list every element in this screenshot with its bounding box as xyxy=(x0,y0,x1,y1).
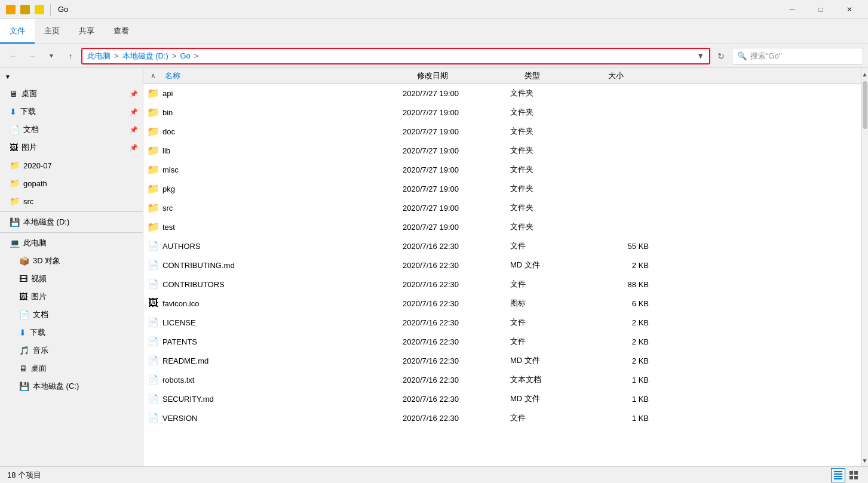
file-icon-cell: 📄 xyxy=(146,392,160,406)
main-scrollbar[interactable]: ▲ ▼ xyxy=(861,68,868,466)
search-bar[interactable]: 🔍 搜索"Go" xyxy=(732,48,863,64)
breadcrumb-computer[interactable]: 此电脑 xyxy=(87,51,111,61)
pin-icon[interactable]: 📌 xyxy=(130,126,138,134)
file-name: misc xyxy=(160,165,403,174)
sidebar-item-documents[interactable]: 📄 文档 📌 xyxy=(0,121,143,139)
table-row[interactable]: 📁 test 2020/7/27 19:00 文件夹 xyxy=(143,217,861,236)
sidebar-item-label: 下载 xyxy=(20,106,36,117)
scroll-thumb[interactable] xyxy=(863,81,867,129)
address-bar[interactable]: 此电脑 > 本地磁盘 (D:) > Go > ▼ xyxy=(81,48,710,64)
scroll-track[interactable] xyxy=(861,79,868,456)
sidebar-item-label: 音乐 xyxy=(33,345,48,356)
tab-home[interactable]: 主页 xyxy=(35,19,69,44)
table-row[interactable]: 📄 LICENSE 2020/7/16 22:30 文件 2 KB xyxy=(143,313,861,332)
file-icon: 📄 xyxy=(148,374,159,385)
col-name-header[interactable]: 名称 xyxy=(160,70,417,81)
sidebar-item-src[interactable]: 📁 src xyxy=(0,192,143,210)
table-row[interactable]: 📁 lib 2020/7/27 19:00 文件夹 xyxy=(143,141,861,160)
sidebar-item-video[interactable]: 🎞 视频 xyxy=(0,270,143,288)
up-button[interactable]: ↑ xyxy=(62,48,79,64)
sidebar-item-2020-07[interactable]: 📁 2020-07 xyxy=(0,156,143,174)
table-row[interactable]: 📄 VERSION 2020/7/16 22:30 文件 1 KB xyxy=(143,408,861,427)
table-row[interactable]: 📄 robots.txt 2020/7/16 22:30 文本文档 1 KB xyxy=(143,370,861,389)
tab-view[interactable]: 查看 xyxy=(104,19,139,44)
file-type: 文件 xyxy=(510,279,594,290)
address-bar-container: ← → ▼ ↑ 此电脑 > 本地磁盘 (D:) > Go > ▼ ↻ 🔍 搜索"… xyxy=(0,44,868,68)
table-row[interactable]: 📁 doc 2020/7/27 19:00 文件夹 xyxy=(143,122,861,141)
table-row[interactable]: 📁 pkg 2020/7/27 19:00 文件夹 xyxy=(143,179,861,198)
table-row[interactable]: 📁 api 2020/7/27 19:00 文件夹 xyxy=(143,84,861,103)
file-date: 2020/7/16 22:30 xyxy=(403,242,510,251)
file-icon: 📄 xyxy=(148,317,159,328)
sidebar: ▼ 🖥 桌面 📌 ⬇ 下载 📌 📄 文档 📌 🖼 图片 📌 📁 2020-07 … xyxy=(0,68,143,466)
table-row[interactable]: 📄 CONTRIBUTORS 2020/7/16 22:30 文件 88 KB xyxy=(143,275,861,294)
sidebar-item-downloads2[interactable]: ⬇ 下载 xyxy=(0,324,143,342)
table-row[interactable]: 📄 SECURITY.md 2020/7/16 22:30 MD 文件 1 KB xyxy=(143,389,861,408)
back-button[interactable]: ← xyxy=(5,48,22,64)
table-row[interactable]: 📄 README.md 2020/7/16 22:30 MD 文件 2 KB xyxy=(143,351,861,370)
folder-icon: 📁 xyxy=(147,221,160,233)
dropdown-button[interactable]: ▼ xyxy=(43,48,60,64)
file-date: 2020/7/27 19:00 xyxy=(403,89,510,98)
sidebar-item-desktop[interactable]: 🖥 桌面 📌 xyxy=(0,85,143,103)
col-date-header[interactable]: 修改日期 xyxy=(417,70,525,81)
desktop2-icon: 🖥 xyxy=(19,364,27,373)
file-icon-cell: 📁 xyxy=(146,162,160,177)
sidebar-item-this-pc[interactable]: 💻 此电脑 xyxy=(0,234,143,252)
col-size-header[interactable]: 大小 xyxy=(608,70,668,81)
pin-icon[interactable]: 📌 xyxy=(130,144,138,152)
table-row[interactable]: 📄 CONTRIBUTING.md 2020/7/16 22:30 MD 文件 … xyxy=(143,256,861,275)
sidebar-item-label: 此电脑 xyxy=(23,238,47,248)
table-row[interactable]: 🖼 favicon.ico 2020/7/16 22:30 图标 6 KB xyxy=(143,294,861,313)
documents2-icon: 📄 xyxy=(19,310,29,319)
table-row[interactable]: 📁 src 2020/7/27 19:00 文件夹 xyxy=(143,198,861,217)
scroll-up-arrow[interactable]: ▲ xyxy=(861,69,869,79)
tab-file[interactable]: 文件 xyxy=(0,19,35,44)
minimize-button[interactable]: ─ xyxy=(778,0,806,19)
details-view-button[interactable] xyxy=(831,468,845,482)
sidebar-item-desktop2[interactable]: 🖥 桌面 xyxy=(0,359,143,377)
sidebar-item-label: 文档 xyxy=(23,124,39,135)
file-name: api xyxy=(160,89,403,98)
pin-icon[interactable]: 📌 xyxy=(130,108,138,116)
sidebar-item-documents2[interactable]: 📄 文档 xyxy=(0,306,143,324)
file-icon-cell: 📄 xyxy=(146,353,160,368)
breadcrumb-go[interactable]: Go xyxy=(180,51,190,60)
file-icon-cell: 📄 xyxy=(146,334,160,349)
sidebar-item-label: 文档 xyxy=(33,309,48,320)
collapse-btn[interactable]: ∧ xyxy=(146,69,160,83)
refresh-button[interactable]: ↻ xyxy=(713,48,729,64)
tab-share[interactable]: 共享 xyxy=(69,19,104,44)
table-row[interactable]: 📄 PATENTS 2020/7/16 22:30 文件 2 KB xyxy=(143,332,861,351)
maximize-button[interactable]: □ xyxy=(807,0,835,19)
sidebar-item-3d[interactable]: 📦 3D 对象 xyxy=(0,252,143,270)
file-size: 2 KB xyxy=(594,261,654,270)
close-button[interactable]: ✕ xyxy=(836,0,863,19)
table-row[interactable]: 📁 misc 2020/7/27 19:00 文件夹 xyxy=(143,160,861,179)
file-date: 2020/7/16 22:30 xyxy=(403,356,510,365)
forward-button[interactable]: → xyxy=(24,48,41,64)
breadcrumb-disk[interactable]: 本地磁盘 (D:) xyxy=(122,51,168,61)
ico-icon: 🖼 xyxy=(148,297,158,309)
sidebar-item-local-disk-c[interactable]: 💾 本地磁盘 (C:) xyxy=(0,377,143,395)
file-icon: 📄 xyxy=(148,260,159,270)
sidebar-item-downloads[interactable]: ⬇ 下载 📌 xyxy=(0,103,143,121)
sidebar-item-pictures[interactable]: 🖼 图片 📌 xyxy=(0,139,143,156)
sidebar-item-gopath[interactable]: 📁 gopath xyxy=(0,174,143,192)
table-row[interactable]: 📁 bin 2020/7/27 19:00 文件夹 xyxy=(143,103,861,122)
file-date: 2020/7/27 19:00 xyxy=(403,108,510,117)
address-dropdown-btn[interactable]: ▼ xyxy=(697,51,704,60)
pin-icon[interactable]: 📌 xyxy=(130,90,138,98)
sidebar-item-pictures2[interactable]: 🖼 图片 xyxy=(0,288,143,306)
file-date: 2020/7/16 22:30 xyxy=(403,395,510,404)
file-icon-cell: 📁 xyxy=(146,220,160,234)
file-size: 6 KB xyxy=(594,299,654,308)
file-icon-cell: 📁 xyxy=(146,105,160,119)
large-icons-view-button[interactable] xyxy=(846,468,861,482)
sidebar-item-music[interactable]: 🎵 音乐 xyxy=(0,342,143,359)
sidebar-item-local-disk-d[interactable]: 💾 本地磁盘 (D:) xyxy=(0,213,143,231)
svg-rect-7 xyxy=(854,476,858,479)
table-row[interactable]: 📄 AUTHORS 2020/7/16 22:30 文件 55 KB xyxy=(143,236,861,256)
scroll-down-arrow[interactable]: ▼ xyxy=(861,456,869,465)
col-type-header[interactable]: 类型 xyxy=(525,70,608,81)
